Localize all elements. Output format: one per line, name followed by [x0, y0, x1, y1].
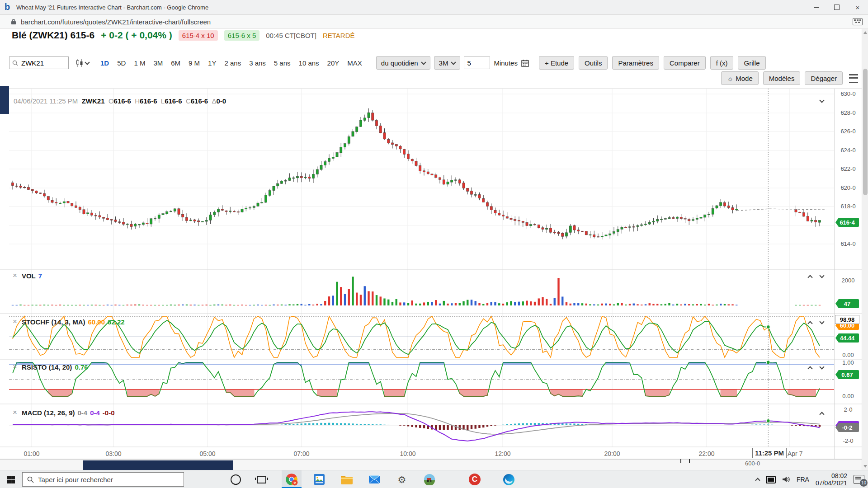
close-icon[interactable]: ×	[13, 317, 17, 326]
price-tick: 630-0	[835, 90, 861, 97]
windows-taskbar: Taper ici pour rechercher e	[0, 470, 868, 488]
cortana-icon	[231, 474, 241, 485]
notification-badge: 10	[860, 479, 868, 487]
clock-time: 08:02	[816, 472, 847, 479]
close-icon[interactable]: ×	[13, 408, 17, 417]
game-app-button[interactable]	[420, 470, 439, 488]
time-tick: 07:00	[293, 450, 309, 457]
close-icon[interactable]: ×	[13, 362, 17, 371]
photos-app-button[interactable]	[309, 470, 329, 488]
price-tick: 628-0	[835, 109, 861, 116]
time-tick: 03:00	[105, 450, 121, 457]
task-view-button[interactable]	[251, 470, 271, 488]
cortana-button[interactable]	[226, 470, 245, 488]
file-explorer-button[interactable]	[337, 470, 357, 488]
price-tick: 614-0	[835, 240, 861, 247]
price-tick: 618-0	[835, 203, 861, 210]
ccleaner-icon: C	[469, 474, 481, 485]
chrome-icon: e	[285, 473, 298, 486]
tray-expand-icon[interactable]	[755, 478, 760, 483]
time-tick: 20:00	[604, 450, 620, 457]
gear-icon: ⚙	[398, 475, 406, 484]
close-icon[interactable]: ×	[13, 271, 17, 280]
display-icon[interactable]	[766, 476, 776, 483]
price-tick: 622-0	[835, 165, 861, 172]
chart-canvas[interactable]	[0, 0, 868, 470]
mail-icon	[368, 474, 380, 484]
file-explorer-icon	[340, 474, 353, 485]
scroll-down-icon[interactable]	[863, 465, 867, 468]
scrollbar-thumb[interactable]	[863, 69, 868, 195]
time-tick: 22:00	[698, 450, 714, 457]
task-view-icon	[257, 476, 266, 483]
windows-logo-icon	[7, 476, 15, 483]
system-tray: FRA 08:02 07/04/2021 10	[756, 470, 868, 488]
time-tick: 01:00	[24, 450, 39, 457]
price-tick: 620-0	[835, 184, 861, 191]
edge-button[interactable]	[499, 470, 519, 488]
search-icon	[27, 476, 34, 483]
chart-area: 04/06/2021 11:25 PM ZWK21 O616-6 H616-6 …	[0, 0, 868, 488]
price-tick: 624-0	[835, 147, 861, 154]
start-button[interactable]	[0, 470, 22, 488]
clock[interactable]: 08:02 07/04/2021	[816, 472, 847, 487]
page-scrollbar[interactable]	[862, 29, 868, 470]
price-tick: 626-0	[835, 128, 861, 135]
game-app-icon	[424, 474, 435, 485]
mail-button[interactable]	[364, 470, 384, 488]
time-tick: 10:00	[400, 450, 415, 457]
time-tick: 12:00	[495, 450, 510, 457]
svg-text:e: e	[294, 480, 296, 485]
taskbar-search-placeholder: Taper ici pour rechercher	[38, 476, 113, 483]
photos-app-icon	[313, 474, 325, 485]
notification-icon	[855, 477, 861, 478]
chrome-taskbar-button[interactable]: e	[282, 470, 302, 488]
drawing-tools-tab[interactable]	[0, 86, 9, 114]
ccleaner-button[interactable]: C	[465, 470, 485, 488]
settings-button[interactable]: ⚙	[392, 470, 412, 488]
scroll-up-icon[interactable]	[863, 31, 867, 34]
clock-date: 07/04/2021	[816, 479, 847, 487]
notification-center-button[interactable]: 10	[854, 475, 864, 484]
language-indicator[interactable]: FRA	[797, 476, 809, 483]
time-tick: 05:00	[199, 450, 215, 457]
volume-icon[interactable]	[782, 476, 790, 483]
taskbar-search[interactable]: Taper ici pour rechercher	[22, 472, 184, 487]
edge-icon	[503, 474, 515, 486]
